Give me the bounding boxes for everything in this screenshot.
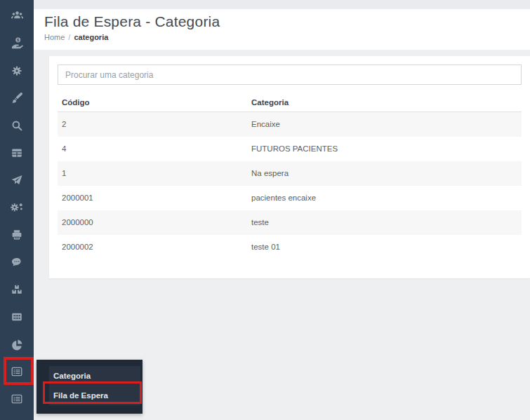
sidebar-item-table[interactable] (0, 139, 34, 166)
table-row[interactable]: 2000001 pacientes encaixe (58, 186, 522, 210)
column-header-categoria: Categoria (247, 93, 522, 112)
main-content: Fila de Espera - Categoria Home/categori… (34, 0, 530, 420)
calendar-grid-icon (11, 311, 23, 323)
cell-categoria: teste (247, 210, 522, 235)
sidebar-item-users[interactable] (0, 2, 34, 29)
sidebar-item-schedule[interactable] (0, 303, 34, 330)
sidebar-item-print[interactable] (0, 221, 34, 248)
table-row[interactable]: 1 Na espera (58, 161, 522, 186)
cell-codigo: 1 (58, 161, 247, 186)
gear-icon (11, 65, 23, 77)
breadcrumb-home-link[interactable]: Home (44, 33, 65, 41)
cell-codigo: 4 (58, 137, 247, 161)
page-title: Fila de Espera - Categoria (44, 13, 530, 30)
cell-categoria: Na espera (247, 161, 522, 186)
top-strip (34, 0, 530, 9)
table-header-row: Código Categoria (58, 93, 522, 112)
cell-categoria: teste 01 (247, 235, 522, 259)
sidebar-item-waitlist[interactable] (0, 358, 34, 385)
table-row[interactable]: 2 Encaixe (58, 112, 522, 137)
users-icon (11, 9, 24, 22)
cell-codigo: 2000000 (58, 210, 247, 235)
cell-codigo: 2000002 (58, 235, 247, 259)
boxes-icon (11, 283, 23, 296)
submenu-popup: Categoria Fila de Espera (37, 360, 143, 414)
gears-icon (11, 201, 24, 214)
submenu-item-categoria[interactable]: Categoria (49, 366, 140, 386)
search-input[interactable] (58, 65, 522, 85)
paintbrush-icon (11, 91, 24, 104)
table-icon (11, 147, 23, 159)
hand-holding-dollar-icon: $ (11, 36, 24, 50)
sidebar-item-settings[interactable] (0, 57, 34, 84)
column-header-codigo: Código (58, 93, 247, 112)
cell-categoria: pacientes encaixe (247, 186, 522, 210)
cell-categoria: Encaixe (247, 112, 522, 137)
breadcrumb-separator: / (68, 33, 70, 41)
sidebar-item-services[interactable] (0, 194, 34, 221)
submenu-item-fila-de-espera[interactable]: Fila de Espera (49, 386, 140, 405)
sidebar-item-list[interactable] (0, 385, 34, 412)
category-card: Código Categoria 2 Encaixe 4 FUTUROS PAC… (49, 56, 530, 278)
table-row[interactable]: 2000002 teste 01 (58, 235, 522, 259)
cell-codigo: 2000001 (58, 186, 247, 210)
content-area: Código Categoria 2 Encaixe 4 FUTUROS PAC… (34, 50, 530, 278)
sidebar-item-messages[interactable] (0, 248, 34, 276)
cell-codigo: 2 (58, 112, 247, 137)
submenu-items: Categoria Fila de Espera (49, 366, 140, 405)
sidebar-item-appearance[interactable] (0, 84, 34, 111)
breadcrumb-current: categoria (74, 33, 108, 41)
cell-categoria: FUTUROS PACIENTES (247, 137, 522, 161)
table-row[interactable]: 2000000 teste (58, 210, 522, 235)
sidebar-item-reports[interactable] (0, 330, 34, 358)
list-icon (11, 393, 23, 405)
breadcrumb: Home/categoria (44, 33, 530, 41)
printer-icon (11, 229, 23, 241)
table-row[interactable]: 4 FUTUROS PACIENTES (58, 137, 522, 161)
pie-chart-icon (11, 338, 23, 351)
paper-plane-icon (11, 174, 23, 187)
category-table: Código Categoria 2 Encaixe 4 FUTUROS PAC… (58, 93, 522, 259)
search-icon (11, 119, 23, 132)
sidebar-item-inventory[interactable] (0, 276, 34, 303)
list-icon (11, 365, 23, 378)
sidebar-item-send[interactable] (0, 166, 34, 194)
sidebar-item-finance[interactable]: $ (0, 29, 34, 57)
page-header: Fila de Espera - Categoria Home/categori… (34, 9, 530, 50)
sidebar-item-search[interactable] (0, 111, 34, 139)
chat-bubble-icon (11, 256, 23, 269)
sidebar: $ (0, 0, 34, 420)
